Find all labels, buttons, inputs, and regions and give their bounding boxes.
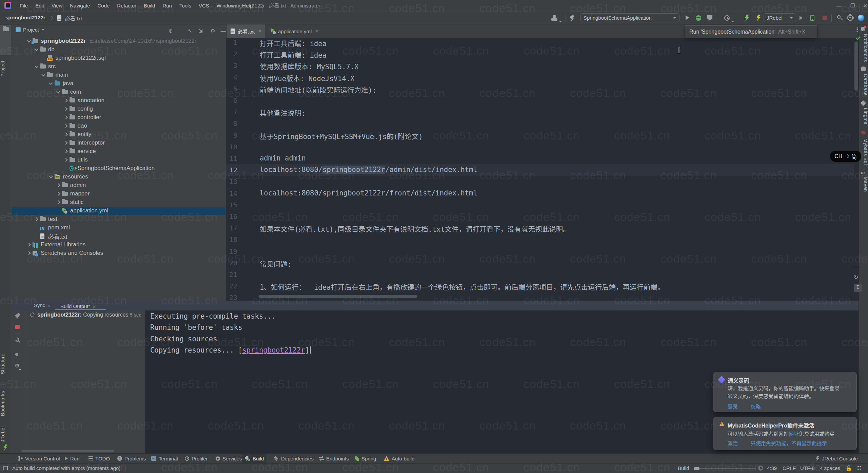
jrebel-combo[interactable]: JRebel — [764, 13, 796, 22]
run-config-combo[interactable]: SpringbootSchemaApplication — [580, 13, 679, 22]
tree-item-static[interactable]: static — [12, 198, 225, 207]
tree-item-utils[interactable]: utils — [12, 156, 225, 164]
settings-icon[interactable]: ⚙ — [211, 28, 215, 34]
menu-tools[interactable]: Tools — [176, 0, 195, 11]
maven-stripe-icon[interactable]: m — [861, 170, 865, 175]
toolwindow-build[interactable]: Build — [242, 454, 267, 463]
toolwindow-todo[interactable]: TODO — [86, 453, 113, 463]
notification-mybatis[interactable]: MybatisCodeHelperPro插件未激活 可以输入激活码或者到网站网址… — [713, 417, 857, 450]
toolwindow-version-control[interactable]: Version Control — [15, 453, 63, 463]
tree-item-java[interactable]: java — [12, 79, 225, 88]
tree-item-com[interactable]: com — [12, 88, 225, 96]
build-tree-scrollbar[interactable] — [21, 450, 114, 452]
indent-setting[interactable]: 4 spaces — [820, 465, 840, 471]
inspection-ok-icon[interactable] — [855, 35, 861, 41]
tree-item-annotation[interactable]: annotation — [12, 96, 225, 105]
file-encoding[interactable]: UTF-8 — [800, 465, 815, 471]
editor-horizontal-scrollbar[interactable] — [259, 295, 417, 298]
notifications-bell-icon[interactable] — [861, 26, 866, 32]
toolwindow-spring[interactable]: Spring — [352, 453, 379, 463]
misc-status-icon[interactable]: ☷ — [857, 465, 862, 471]
settings-gear-icon[interactable] — [847, 15, 853, 21]
toolwindow-run[interactable]: Run — [62, 453, 82, 463]
minimize-button[interactable]: — — [836, 3, 842, 8]
idea-logo-icon[interactable] — [4, 2, 11, 9]
toolwindow-problems[interactable]: !Problems — [115, 453, 149, 463]
tree-item-application-yml[interactable]: application.yml — [12, 207, 225, 215]
run-button[interactable] — [686, 15, 690, 21]
expand-all-icon[interactable]: ⇱ — [188, 28, 192, 34]
tree-item-mapper[interactable]: mapper — [12, 190, 225, 198]
tree-item-resources[interactable]: resources — [12, 173, 225, 181]
tree-item----txt[interactable]: 必看.txt — [12, 232, 225, 241]
tree-item-test[interactable]: test — [12, 215, 225, 224]
tree-item-config[interactable]: config — [12, 105, 225, 113]
tree-item-interceptor[interactable]: interceptor — [12, 139, 225, 147]
tree-item-springboot2122r[interactable]: springboot2122rE:\releaseComp\24-10\16\7… — [12, 37, 225, 45]
tree-item-entity[interactable]: entity — [12, 130, 225, 139]
database-stripe-icon[interactable] — [861, 67, 866, 71]
breadcrumb-project[interactable]: springboot2122r — [5, 15, 45, 20]
search-icon[interactable] — [837, 15, 843, 21]
menu-code[interactable]: Code — [94, 0, 113, 11]
strip-separator[interactable] — [15, 334, 21, 334]
tool-stripe-tab-lingma[interactable]: Lingma — [860, 108, 868, 127]
tree-item-dao[interactable]: dao — [12, 122, 225, 130]
menu-navigate[interactable]: Navigate — [66, 0, 94, 11]
extra-run-icon[interactable] — [800, 15, 804, 21]
tool-stripe-tab-project[interactable]: Project — [0, 25, 11, 55]
console-minimize-icon[interactable]: — — [854, 265, 859, 271]
mybatis-stripe-icon[interactable] — [861, 131, 866, 134]
tree-item-db[interactable]: db — [12, 45, 225, 54]
tool-stripe-tab-database[interactable]: Database — [860, 74, 868, 98]
maximize-button[interactable]: ❐ — [850, 3, 855, 8]
tool-stripe-tab-structure[interactable]: Structure — [0, 352, 11, 376]
line-separator[interactable]: CRLF — [783, 465, 796, 471]
tree-item-service[interactable]: service — [12, 147, 225, 156]
collapse-all-icon[interactable]: ⇲ — [198, 28, 203, 34]
tree-item-springbootschemaapplication[interactable]: CSpringbootSchemaApplication — [12, 164, 225, 173]
tree-item-scratches-and-consoles[interactable]: Scratches and Consoles — [12, 249, 225, 258]
login-link[interactable]: 登录 — [728, 403, 738, 410]
menu-vcs[interactable]: VCS — [195, 0, 213, 11]
toolwindow-jrebel-console[interactable]: JRebel Console — [813, 453, 861, 463]
build-hammer-icon[interactable] — [570, 15, 576, 21]
pin-icon[interactable] — [15, 353, 18, 358]
tool-stripe-tab-notifications[interactable]: Notifications — [860, 34, 868, 64]
tree-item-external-libraries[interactable]: External Libraries — [12, 241, 225, 249]
soft-wrap-icon[interactable]: ↻ — [854, 274, 858, 281]
tree-item-main[interactable]: main — [12, 71, 225, 79]
tree-item-admin[interactable]: admin — [12, 181, 225, 190]
profiler-dropdown-icon[interactable] — [731, 18, 734, 20]
notification-lingma[interactable]: 通义灵码 嗨，我是通义灵码，你的智能编码助手。快来登录通义灵码，深度感受智能编码… — [713, 372, 857, 412]
menu-edit[interactable]: Edit — [32, 0, 48, 11]
tree-item-src[interactable]: src — [12, 62, 225, 71]
lock-icon[interactable]: 🔓 — [846, 465, 852, 471]
debug-button[interactable] — [696, 15, 701, 21]
toolwindow-auto-build[interactable]: !Auto-build — [381, 453, 417, 463]
toolwindow-endpoints[interactable]: Endpoints — [316, 453, 352, 463]
user-dropdown-icon[interactable] — [559, 18, 562, 20]
toolwindow-services[interactable]: Services — [213, 453, 245, 463]
stop-build-icon[interactable] — [15, 325, 20, 329]
free-mode-link[interactable]: 只使用免费功能，不再显示此提示 — [751, 439, 827, 447]
activate-link[interactable]: 激活 — [728, 439, 738, 447]
editor-tab-必看.txt[interactable]: 必看.txt✕ — [227, 24, 265, 38]
profiler-button[interactable] — [724, 15, 730, 21]
toolwindow-terminal[interactable]: >_Terminal — [149, 453, 181, 463]
menu-build[interactable]: Build — [140, 0, 159, 11]
scroll-to-end-icon[interactable]: ↧ — [854, 284, 862, 292]
menu-run[interactable]: Run — [159, 0, 176, 11]
inspection-menu-icon[interactable]: ••• — [856, 27, 858, 32]
toolwindow-profiler[interactable]: Profiler — [182, 453, 211, 463]
find-icon[interactable] — [15, 364, 21, 372]
project-view-selector[interactable]: Project — [16, 27, 45, 33]
tool-stripe-tab-bookmarks[interactable]: Bookmarks — [0, 387, 11, 420]
tool-stripe-tab-maven[interactable]: Maven — [860, 177, 868, 196]
ignore-link[interactable]: 忽略 — [751, 403, 761, 410]
tree-item-springboot2122r-sql[interactable]: springboot2122r.sql — [12, 54, 225, 62]
close-button[interactable]: ✕ — [862, 3, 868, 8]
menu-refactor[interactable]: Refactor — [113, 0, 140, 11]
editor-vertical-scrollbar[interactable] — [854, 41, 858, 91]
build-tab-output[interactable]: Build Output•✕ — [60, 302, 96, 309]
